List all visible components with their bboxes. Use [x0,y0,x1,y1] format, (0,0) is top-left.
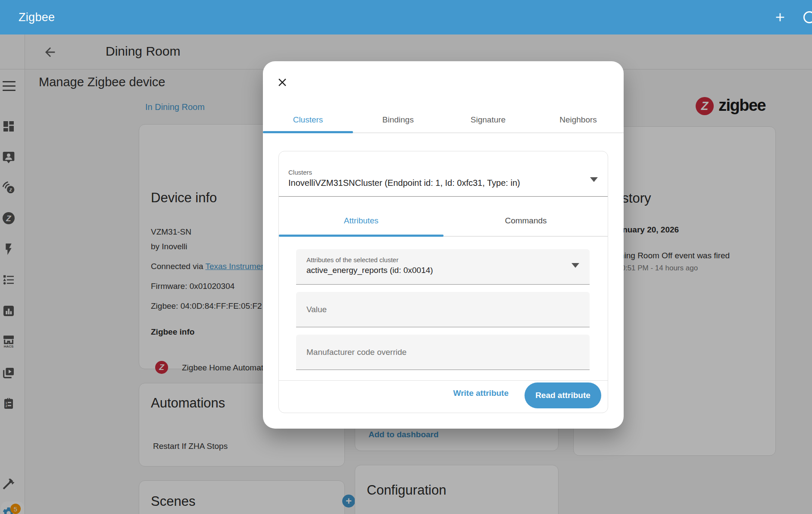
tab-neighbors[interactable]: Neighbors [533,108,623,132]
add-icon[interactable] [773,10,787,24]
attribute-select-label: Attributes of the selected cluster [306,256,398,263]
clusters-select-caret-icon[interactable] [590,177,598,182]
clusters-select-label: Clusters [288,169,312,176]
clusters-select-value[interactable]: InovelliVZM31SNCluster (Endpoint id: 1, … [288,178,520,188]
tab-signature[interactable]: Signature [443,108,533,132]
subtab-commands[interactable]: Commands [443,207,608,235]
dialog-title: Manage Zigbee device [39,75,165,89]
app-header: Zigbee [0,0,812,34]
read-attribute-button[interactable]: Read attribute [525,382,601,408]
close-icon[interactable] [276,76,289,89]
active-tab-indicator [263,131,353,133]
attribute-select[interactable]: Attributes of the selected cluster activ… [296,249,590,285]
manufacturer-field-wrap [296,335,590,370]
value-field-wrap [296,292,590,327]
search-icon[interactable] [803,11,812,23]
tab-clusters[interactable]: Clusters [263,108,353,132]
subtab-attributes[interactable]: Attributes [279,207,443,235]
footer-divider [279,380,608,381]
app-title: Zigbee [19,11,55,24]
clusters-select-underline [279,196,608,197]
cluster-panel: Clusters InovelliVZM31SNCluster (Endpoin… [278,151,608,413]
tab-bindings[interactable]: Bindings [353,108,443,132]
screen: In Dining Room Device info VZM31-SN by I… [0,0,812,514]
manufacturer-code-input[interactable] [296,335,590,370]
value-input[interactable] [296,292,590,327]
attribute-select-caret-icon [572,263,579,268]
write-attribute-button[interactable]: Write attribute [453,389,509,398]
active-subtab-indicator [279,235,443,237]
attribute-select-value: active_energy_reports (id: 0x0014) [306,266,433,275]
